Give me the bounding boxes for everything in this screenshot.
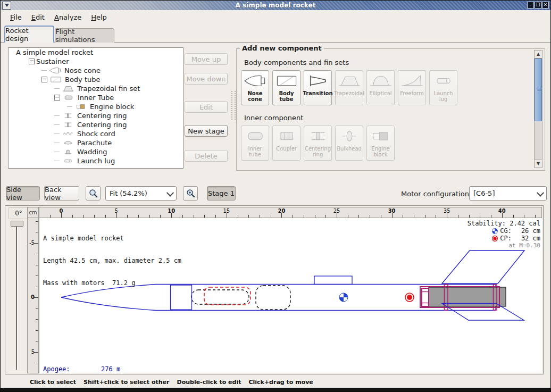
- tree-item-trapezoidal-fin-set[interactable]: Trapezoidal fin set: [9, 84, 183, 93]
- fin-elliptical-icon: [369, 73, 393, 89]
- engine-block-icon: [74, 103, 88, 111]
- tree-expander-icon[interactable]: [41, 77, 47, 82]
- cp-icon: [492, 236, 498, 241]
- component-button-transition[interactable]: Transition: [304, 70, 332, 105]
- shock-cord-icon: [61, 130, 75, 138]
- tree-item-nose-cone[interactable]: Nose cone: [9, 66, 183, 75]
- side-view-button[interactable]: Side view: [6, 186, 40, 201]
- menu-file[interactable]: File: [6, 12, 26, 23]
- component-button-bulkhead[interactable]: Bulkhead: [335, 126, 363, 161]
- ruler-unit-label: cm: [27, 207, 39, 218]
- cg-line: CG: 26 cm: [467, 227, 540, 235]
- component-button-trapezoidal[interactable]: Trapezoidal: [335, 70, 363, 105]
- motor-configuration-combo[interactable]: [C6-5]: [469, 186, 547, 201]
- shock-cord-outline[interactable]: [191, 290, 249, 304]
- edit-button[interactable]: Edit: [185, 101, 228, 113]
- zoom-level-combo[interactable]: Fit (54.2%): [105, 186, 177, 201]
- zoom-out-button[interactable]: [86, 186, 101, 201]
- v-ruler-label: -5: [29, 239, 35, 245]
- tree-item-centering-ring[interactable]: Centering ring: [9, 120, 183, 129]
- h-ruler-label: 40: [498, 208, 506, 214]
- fin-trapezoidal-icon: [338, 73, 361, 89]
- launch-lug-outline[interactable]: [314, 276, 352, 285]
- rotation-slider-handle[interactable]: [11, 221, 23, 227]
- apogee-label: Apogee:: [43, 365, 101, 373]
- tree-item-label: Body tube: [65, 76, 101, 84]
- tree-connector: [54, 161, 60, 161]
- component-button-engine-block[interactable]: Engine block: [366, 126, 395, 161]
- stage-1-toggle[interactable]: Stage 1: [207, 186, 236, 201]
- tab-flight-simulations[interactable]: Flight simulations: [55, 28, 114, 43]
- tree-item-launch-lug[interactable]: Launch lug: [9, 156, 183, 165]
- rocket-canvas[interactable]: A simple model rocket Length 42.5 cm, ma…: [39, 218, 542, 373]
- tree-expander-icon[interactable]: [54, 95, 60, 101]
- add-component-title: Add new component: [240, 44, 324, 52]
- engine-block-outline[interactable]: [422, 288, 429, 306]
- delete-button[interactable]: Delete: [185, 150, 228, 162]
- nose-cone-icon: [244, 73, 267, 89]
- tree-item-label: Inner Tube: [78, 94, 114, 102]
- rocket-mass: Mass with motors 71.2 g: [43, 279, 181, 287]
- component-button-body-tube[interactable]: Body tube: [272, 70, 300, 105]
- tab-rocket-design[interactable]: Rocket design: [4, 26, 54, 43]
- back-view-button[interactable]: Back view: [44, 186, 79, 201]
- tree-item-shock-cord[interactable]: Shock cord: [9, 129, 183, 138]
- component-button-launch-lug[interactable]: Launch lug: [429, 70, 457, 105]
- move-up-button[interactable]: Move up: [185, 53, 228, 65]
- tree-item-body-tube[interactable]: Body tube: [9, 75, 183, 84]
- motor-configuration-label: Motor configuration:: [401, 190, 471, 198]
- maximize-button[interactable]: ❐: [535, 2, 541, 9]
- tree-item-parachute[interactable]: Parachute: [9, 138, 183, 147]
- component-button-elliptical[interactable]: Elliptical: [366, 70, 395, 105]
- wadding-outline[interactable]: [256, 286, 290, 310]
- component-scrollbar[interactable]: ▲ ▼: [534, 50, 542, 168]
- main-tabs: Rocket design Flight simulations: [1, 24, 550, 43]
- menu-edit[interactable]: Edit: [27, 12, 49, 23]
- fin-trapezoidal-icon: [61, 85, 75, 93]
- rotation-slider-track[interactable]: [16, 222, 18, 370]
- wadding-icon: [61, 148, 75, 156]
- zoom-in-button[interactable]: [183, 186, 198, 201]
- tree-expander-icon[interactable]: [29, 59, 35, 64]
- menu-help[interactable]: Help: [87, 12, 111, 23]
- component-button-centering-ring[interactable]: Centering ring: [304, 126, 332, 161]
- motor-configuration-value: [C6-5]: [473, 189, 495, 197]
- hint-shift-click: Shift+click to select other: [84, 379, 170, 386]
- component-button-freeform[interactable]: Freeform: [398, 70, 426, 105]
- magnifier-icon: [88, 189, 98, 198]
- minimize-button[interactable]: –: [527, 2, 534, 9]
- component-button-nose-cone[interactable]: Nose cone: [241, 70, 269, 105]
- cp-marker: [405, 293, 414, 302]
- tree-item-sustainer[interactable]: Sustainer: [9, 57, 183, 66]
- scrollbar-thumb[interactable]: [535, 59, 542, 121]
- tree-item-wadding[interactable]: Wadding: [9, 147, 183, 156]
- tree-item-inner-tube[interactable]: Inner Tube: [9, 93, 183, 102]
- cg-icon: [492, 228, 498, 234]
- application-window: A simple model rocket – ❐ ✕ File Edit An…: [0, 0, 551, 392]
- menu-analyze[interactable]: Analyze: [50, 12, 86, 23]
- component-button-coupler[interactable]: Coupler: [272, 126, 300, 161]
- tree-item-centering-ring[interactable]: Centering ring: [9, 111, 183, 120]
- hint-click-select: Click to select: [30, 379, 76, 386]
- close-button[interactable]: ✕: [542, 2, 549, 9]
- panel-splitter-handle[interactable]: [231, 91, 236, 120]
- inner-tube-icon: [62, 94, 76, 102]
- tree-connector: [54, 88, 60, 89]
- move-down-button[interactable]: Move down: [185, 73, 228, 85]
- fin-freeform-icon: [400, 73, 424, 89]
- tree-item-label: Centering ring: [77, 112, 127, 120]
- scroll-down-icon[interactable]: ▼: [535, 160, 542, 168]
- new-stage-button[interactable]: New stage: [185, 125, 228, 137]
- component-tree[interactable]: A simple model rocketSustainerNose coneB…: [8, 47, 183, 169]
- component-button-inner-tube[interactable]: Inner tube: [241, 126, 269, 161]
- launch-lug-icon: [432, 73, 455, 89]
- title-bar[interactable]: A simple model rocket – ❐ ✕: [1, 1, 550, 10]
- window-title: A simple model rocket: [1, 2, 550, 9]
- scroll-up-icon[interactable]: ▲: [535, 51, 542, 59]
- magnifier-icon: [186, 189, 195, 198]
- rotation-angle-value: 0°: [9, 207, 29, 219]
- tree-item-engine-block[interactable]: Engine block: [9, 102, 183, 111]
- fin-upper[interactable]: [442, 251, 524, 283]
- tree-item-a-simple-model-rocket[interactable]: A simple model rocket: [9, 48, 183, 57]
- stability-block: Stability: 2.42 cal CG: 26 cm CP:: [467, 220, 540, 249]
